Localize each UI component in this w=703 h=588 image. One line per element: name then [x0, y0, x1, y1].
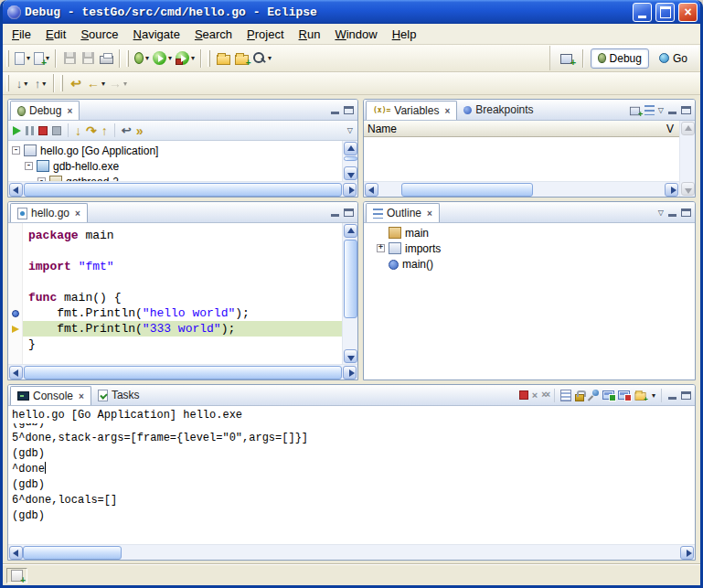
debug-horizontal-scrollbar[interactable] — [8, 181, 357, 197]
menu-item-source[interactable]: Source — [73, 25, 125, 44]
minimize-view-button[interactable] — [667, 391, 677, 400]
menu-item-window[interactable]: Window — [327, 25, 384, 44]
close-tab-icon[interactable]: × — [75, 208, 80, 219]
show-console-on-output-button[interactable] — [602, 390, 614, 400]
menu-item-edit[interactable]: Edit — [38, 25, 73, 44]
maximize-view-button[interactable] — [344, 208, 354, 217]
open-perspective-button[interactable] — [558, 48, 576, 69]
maximize-view-button[interactable] — [681, 106, 691, 114]
title-bar[interactable]: Debug - testGo/src/cmd/hello.go - Eclips… — [3, 0, 700, 24]
console-output[interactable]: (gdb)5^done,stack-args=[frame={level="0"… — [8, 423, 695, 544]
scroll-down-button[interactable] — [344, 349, 357, 363]
save-button[interactable] — [60, 48, 79, 69]
debug-button[interactable]: ▾ — [133, 48, 151, 69]
menu-item-navigate[interactable]: Navigate — [126, 25, 187, 44]
view-menu-icon[interactable]: ▽ — [658, 208, 664, 217]
debug-vertical-scrollbar[interactable] — [342, 141, 357, 181]
scroll-down-button[interactable] — [681, 182, 695, 196]
suspend-button[interactable] — [26, 126, 34, 135]
menu-item-project[interactable]: Project — [240, 25, 291, 44]
code-line[interactable] — [28, 274, 342, 290]
dropdown-icon[interactable]: ▾ — [123, 80, 127, 88]
scroll-up-button[interactable] — [344, 142, 357, 155]
scroll-right-button[interactable] — [343, 183, 357, 197]
clear-console-button[interactable] — [560, 390, 571, 401]
scroll-right-button[interactable] — [343, 366, 357, 380]
step-into-button[interactable]: ↓ — [75, 124, 81, 137]
minimize-view-button[interactable] — [667, 106, 677, 114]
scroll-thumb[interactable] — [401, 183, 533, 197]
next-annotation-button[interactable]: ↓▾ — [13, 72, 31, 94]
maximize-view-button[interactable] — [344, 106, 354, 114]
console-horizontal-scrollbar[interactable] — [8, 544, 695, 560]
dropdown-icon[interactable]: ▾ — [27, 54, 30, 62]
resume-button[interactable] — [13, 126, 21, 135]
toolbar-grip[interactable] — [126, 50, 129, 67]
back-button[interactable]: ←▾ — [85, 72, 107, 94]
outline-item[interactable]: +imports — [377, 241, 695, 256]
new-go-element-button[interactable]: ▾ — [32, 48, 51, 69]
debug-tree-item[interactable]: -gdb-hello.exe — [8, 158, 342, 174]
editor-vertical-scrollbar[interactable] — [342, 223, 357, 364]
scroll-left-button[interactable] — [9, 183, 23, 197]
tree-expand-icon[interactable]: - — [37, 177, 46, 181]
use-step-filters-button[interactable]: » — [136, 124, 144, 137]
show-logical-structure-button[interactable] — [630, 106, 640, 114]
dropdown-icon[interactable]: ▾ — [101, 80, 105, 88]
maximize-view-button[interactable] — [681, 391, 691, 400]
save-all-button[interactable] — [79, 48, 97, 69]
toolbar-grip[interactable] — [208, 50, 210, 67]
step-return-button[interactable]: ↑ — [101, 124, 108, 137]
code-line[interactable]: fmt.Println("333 world"); — [23, 321, 342, 337]
code-line[interactable]: fmt.Println("hello world"); — [28, 305, 342, 321]
minimize-view-button[interactable] — [667, 208, 677, 217]
dropdown-icon[interactable]: ▾ — [652, 391, 655, 400]
tab-variables[interactable]: (x)=Variables× — [366, 101, 457, 120]
dropdown-icon[interactable]: ▾ — [145, 54, 149, 62]
pin-console-button[interactable] — [588, 390, 599, 401]
dropdown-icon[interactable]: ▾ — [42, 80, 46, 88]
minimize-window-button[interactable] — [633, 3, 652, 22]
scroll-up-button[interactable] — [344, 224, 357, 238]
breakpoint-icon[interactable] — [12, 310, 19, 317]
code-editor[interactable]: package main import "fmt" func main() { … — [23, 223, 342, 364]
disconnect-button[interactable] — [52, 126, 61, 135]
external-tools-button[interactable]: ▾ — [174, 48, 197, 69]
terminate-button[interactable] — [38, 126, 48, 135]
code-line[interactable]: import "fmt" — [28, 259, 342, 274]
minimize-view-button[interactable] — [330, 208, 340, 217]
show-console-on-error-button[interactable] — [618, 390, 630, 400]
variables-vertical-scrollbar[interactable] — [679, 121, 695, 197]
run-button[interactable]: ▾ — [151, 48, 174, 69]
forward-button[interactable]: →▾ — [107, 72, 129, 94]
toolbar-grip[interactable] — [6, 50, 9, 67]
maximize-window-button[interactable] — [655, 3, 675, 22]
new-task-icon[interactable] — [11, 570, 23, 582]
debug-tree-item[interactable]: -hello.go [Go Application] — [8, 143, 342, 158]
code-line[interactable]: package main — [28, 228, 342, 243]
remove-launch-button[interactable]: × — [532, 390, 538, 401]
close-tab-icon[interactable]: × — [427, 208, 432, 219]
open-resource-button[interactable] — [214, 48, 232, 69]
variables-column-header[interactable]: Name V — [364, 121, 679, 137]
open-console-button[interactable] — [634, 392, 645, 401]
print-button[interactable] — [97, 48, 115, 69]
code-line[interactable]: func main() { — [28, 290, 342, 305]
scroll-right-button[interactable] — [665, 183, 678, 197]
open-type-button[interactable] — [232, 48, 250, 69]
dropdown-icon[interactable]: ▾ — [191, 54, 195, 62]
perspective-go-button[interactable]: Go — [652, 48, 695, 69]
last-edit-location-button[interactable]: ↩ — [67, 72, 85, 94]
view-menu-icon[interactable]: ▽ — [347, 126, 353, 134]
scroll-thumb[interactable] — [24, 366, 342, 380]
scroll-down-button[interactable] — [344, 166, 357, 180]
layout-button[interactable] — [644, 105, 655, 115]
scroll-thumb[interactable] — [344, 240, 357, 317]
previous-annotation-button[interactable]: ↑▾ — [31, 72, 49, 94]
close-tab-icon[interactable]: × — [67, 106, 72, 116]
terminate-process-button[interactable] — [519, 390, 528, 400]
scroll-lock-button[interactable] — [575, 394, 584, 401]
toolbar-grip[interactable] — [6, 75, 9, 91]
variables-table-empty[interactable] — [364, 137, 679, 181]
dropdown-icon[interactable]: ▾ — [268, 54, 272, 62]
